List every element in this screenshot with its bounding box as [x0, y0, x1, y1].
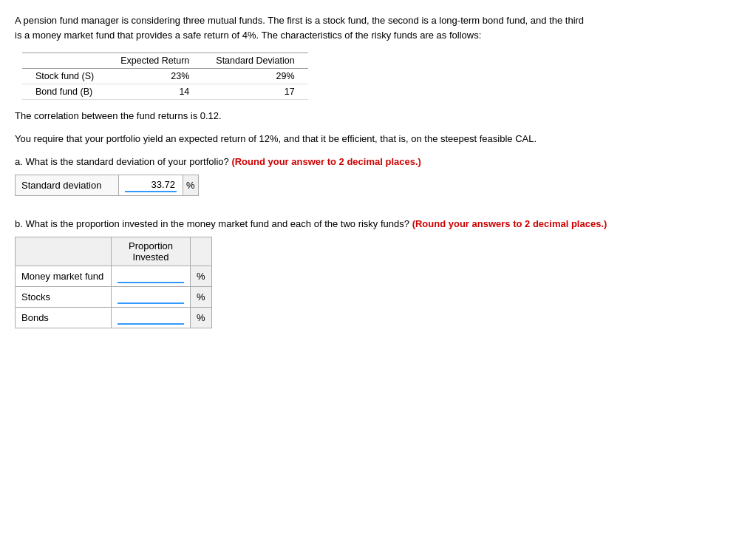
proportion-header-line2: Invested: [132, 251, 168, 263]
proportion-input-cell[interactable]: [112, 266, 191, 287]
proportion-unit-header: [191, 237, 212, 266]
proportion-header-line1: Proportion: [129, 240, 173, 251]
proportion-row-label: Bonds: [16, 308, 112, 328]
proportion-unit: %: [191, 287, 212, 308]
col-empty-header: [22, 53, 107, 69]
question-b-bold: (Round your answers to 2 decimal places.…: [412, 218, 607, 229]
proportion-row-label: Stocks: [16, 287, 112, 308]
std-dev-header: Standard Deviation: [202, 53, 307, 69]
answer-table-a: Standard deviation %: [15, 175, 199, 196]
table-row: Stock fund (S) 23% 29%: [22, 69, 308, 84]
table-row: Bonds %: [16, 308, 212, 328]
std-dev-input[interactable]: [125, 178, 177, 192]
requirement-statement: You require that your portfolio yield an…: [15, 133, 537, 144]
table-row: Bond fund (B) 14 17: [22, 84, 308, 100]
proportion-input-cell[interactable]: [112, 308, 191, 328]
proportion-input[interactable]: [118, 290, 184, 304]
question-b-label: b. What is the proportion invested in th…: [15, 218, 409, 229]
question-b-text: b. What is the proportion invested in th…: [15, 218, 741, 229]
expected-return-header: Expected Return: [107, 53, 202, 69]
proportion-input[interactable]: [118, 269, 184, 283]
question-a-text: a. What is the standard deviation of you…: [15, 156, 741, 167]
question-a-label: a. What is the standard deviation of you…: [15, 156, 229, 167]
table-row: Money market fund %: [16, 266, 212, 287]
proportion-table: Proportion Invested Money market fund % …: [15, 237, 212, 328]
fund-expected-return: 23%: [107, 69, 202, 84]
fund-expected-return: 14: [107, 84, 202, 100]
intro-paragraph: A pension fund manager is considering th…: [15, 13, 741, 42]
proportion-unit: %: [191, 308, 212, 328]
funds-table: Expected Return Standard Deviation Stock…: [22, 53, 308, 100]
fund-std-dev: 17: [202, 84, 307, 100]
proportion-row-label: Money market fund: [16, 266, 112, 287]
fund-label: Bond fund (B): [22, 84, 107, 100]
proportion-empty-header: [16, 237, 112, 266]
proportion-header: Proportion Invested: [112, 237, 191, 266]
std-dev-label: Standard deviation: [16, 175, 119, 196]
correlation-text: The correlation between the fund returns…: [15, 110, 741, 121]
table-row: Stocks %: [16, 287, 212, 308]
fund-label: Stock fund (S): [22, 69, 107, 84]
question-a-bold: (Round your answer to 2 decimal places.): [231, 156, 420, 167]
correlation-statement: The correlation between the fund returns…: [15, 110, 222, 121]
proportion-input[interactable]: [118, 311, 184, 325]
proportion-input-cell[interactable]: [112, 287, 191, 308]
std-dev-unit: %: [183, 175, 199, 196]
proportion-unit: %: [191, 266, 212, 287]
intro-text-line1: A pension fund manager is considering th…: [15, 15, 584, 26]
fund-std-dev: 29%: [202, 69, 307, 84]
std-dev-input-cell[interactable]: [119, 175, 183, 196]
requirement-text: You require that your portfolio yield an…: [15, 133, 741, 144]
intro-text-line2: is a money market fund that provides a s…: [15, 30, 481, 41]
